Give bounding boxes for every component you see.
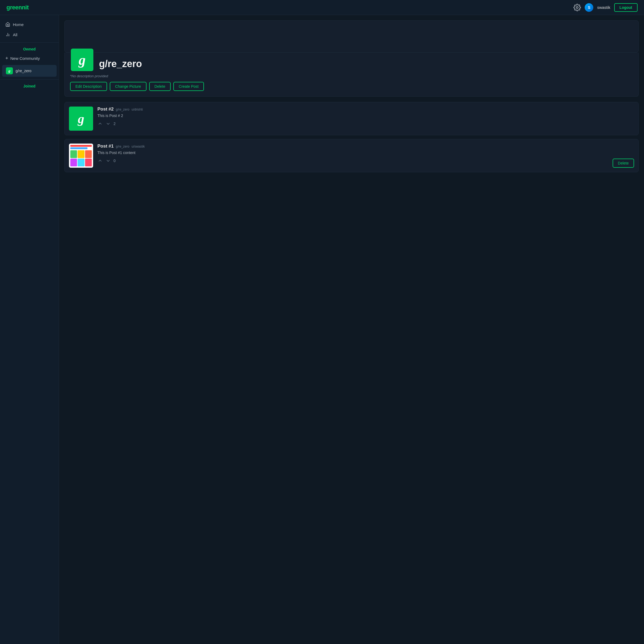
downvote-button-2[interactable] xyxy=(105,121,111,126)
post-body-2: This is Post # 2 xyxy=(97,114,634,118)
community-profile: g g/re_zero *No description provided Edi… xyxy=(64,53,639,97)
post-meta-author-2: u/drishti xyxy=(131,108,143,111)
community-actions: Edit Description Change Picture Delete C… xyxy=(70,82,633,91)
post-card-1: Post #1 g/re_zero u/swastik This is Post… xyxy=(64,139,639,172)
svg-point-0 xyxy=(576,6,578,8)
community-info: g g/re_zero xyxy=(70,56,633,72)
new-community-item[interactable]: + New Community xyxy=(0,53,59,64)
new-community-label: New Community xyxy=(10,56,40,61)
post-content-2: Post #2 g/re_zero u/drishti This is Post… xyxy=(97,107,634,126)
post-header-2: Post #2 g/re_zero u/drishti xyxy=(97,107,634,112)
downvote-icon-2 xyxy=(105,121,111,126)
sidebar-divider-1 xyxy=(0,42,59,43)
upvote-button-1[interactable] xyxy=(97,158,103,163)
post-content-1: Post #1 g/re_zero u/swastik This is Post… xyxy=(97,144,634,163)
community-icon-small: g xyxy=(6,67,13,74)
mock-col-purple xyxy=(70,159,77,166)
mock-col-cyan xyxy=(78,159,84,166)
create-post-button[interactable]: Create Post xyxy=(173,82,204,91)
plus-icon: + xyxy=(5,56,8,61)
owned-section-label: Owned xyxy=(0,45,59,53)
post-body-1: This is Post #1 content xyxy=(97,151,634,155)
community-logo-letter: g xyxy=(79,52,86,68)
post-votes-1: 0 xyxy=(97,158,634,163)
mock-col-green xyxy=(70,150,77,158)
sidebar-item-all[interactable]: All xyxy=(0,30,59,40)
post-thumbnail-icon-2: g xyxy=(78,111,84,126)
community-description: *No description provided xyxy=(70,74,633,78)
post-meta-community-1: g/re_zero xyxy=(116,145,129,148)
upvote-button-2[interactable] xyxy=(97,121,103,126)
logout-button[interactable]: Logout xyxy=(614,3,638,12)
header: greennit S swastik Logout xyxy=(0,0,644,15)
vote-count-1: 0 xyxy=(114,159,116,163)
all-icon xyxy=(5,32,10,37)
main-content: g g/re_zero *No description provided Edi… xyxy=(59,15,644,644)
mock-col-orange xyxy=(85,150,92,158)
downvote-icon-1 xyxy=(105,158,111,163)
post-title-2[interactable]: Post #2 xyxy=(97,107,114,112)
home-label: Home xyxy=(13,22,24,27)
post-thumbnail-1 xyxy=(69,144,93,168)
avatar[interactable]: S xyxy=(585,3,593,12)
username-label: swastik xyxy=(597,5,610,10)
edit-description-button[interactable]: Edit Description xyxy=(70,82,107,91)
mock-bar-red xyxy=(70,145,92,147)
sidebar-item-home[interactable]: Home xyxy=(0,19,59,30)
home-icon xyxy=(5,22,10,27)
settings-icon[interactable] xyxy=(573,4,581,11)
post-card-2: g Post #2 g/re_zero u/drishti This is Po… xyxy=(64,102,639,135)
sidebar: Home All Owned + New Community g g/re_ze… xyxy=(0,15,59,644)
post-meta-author-1: u/swastik xyxy=(131,145,145,148)
upvote-icon-1 xyxy=(97,158,103,163)
community-title: g/re_zero xyxy=(99,58,142,69)
mock-col-yellow xyxy=(78,150,84,158)
mock-row-1 xyxy=(70,150,92,158)
sidebar-item-gre-zero[interactable]: g g/re_zero xyxy=(2,65,57,77)
downvote-button-1[interactable] xyxy=(105,158,111,163)
upvote-icon-2 xyxy=(97,121,103,126)
layout: Home All Owned + New Community g g/re_ze… xyxy=(0,15,644,644)
all-label: All xyxy=(13,32,17,37)
community-logo-large: g xyxy=(70,48,94,72)
sidebar-divider-2 xyxy=(0,79,59,80)
joined-section-label: Joined xyxy=(0,82,59,90)
community-icon-letter: g xyxy=(8,69,10,73)
post-title-1[interactable]: Post #1 xyxy=(97,144,114,149)
mock-col-pink xyxy=(85,159,92,166)
mock-bar-blue xyxy=(70,147,87,149)
logo[interactable]: greennit xyxy=(6,4,29,11)
post-header-1: Post #1 g/re_zero u/swastik xyxy=(97,144,634,149)
change-picture-button[interactable]: Change Picture xyxy=(110,82,147,91)
vote-count-2: 2 xyxy=(114,122,116,126)
community-name-label: g/re_zero xyxy=(16,69,31,73)
community-banner xyxy=(64,20,639,53)
post-thumbnail-2: g xyxy=(69,107,93,131)
header-right: S swastik Logout xyxy=(573,3,638,12)
delete-post-button-1[interactable]: Delete xyxy=(613,159,634,168)
delete-community-button[interactable]: Delete xyxy=(149,82,171,91)
post-votes-2: 2 xyxy=(97,121,634,126)
post-meta-community-2: g/re_zero xyxy=(116,108,129,111)
mock-row-2 xyxy=(70,159,92,166)
